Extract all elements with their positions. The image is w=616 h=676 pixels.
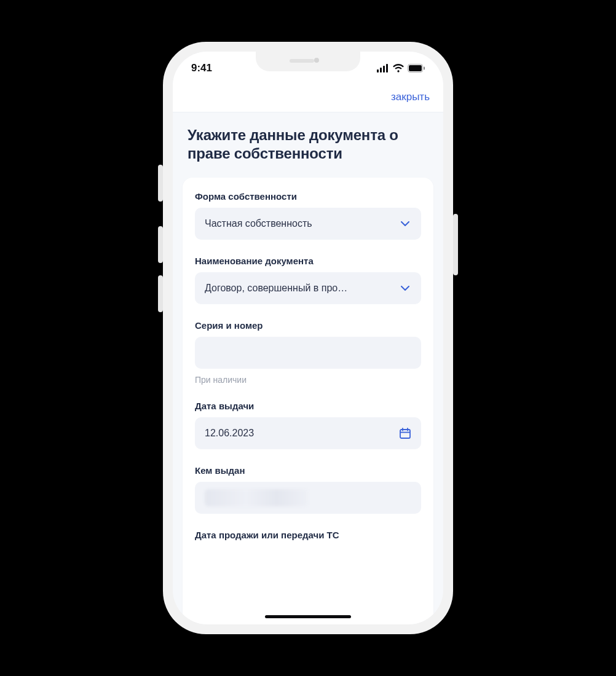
- field-issue-date: Дата выдачи 12.06.2023: [195, 401, 421, 449]
- cellular-icon: [377, 64, 389, 73]
- page-header: Укажите данные документа о праве собстве…: [173, 112, 443, 178]
- screen: 9:41: [173, 52, 443, 624]
- field-label: Серия и номер: [195, 320, 421, 331]
- document-name-select[interactable]: Договор, совершенный в про…: [195, 272, 421, 304]
- calendar-icon: [399, 427, 411, 439]
- field-label: Дата выдачи: [195, 401, 421, 411]
- wifi-icon: [393, 64, 404, 73]
- field-hint: При наличии: [195, 375, 421, 385]
- input-value: 12.06.2023: [205, 428, 254, 439]
- field-label: Дата продажи или передачи ТС: [195, 530, 421, 540]
- field-label: Форма собственности: [195, 191, 421, 202]
- svg-rect-6: [424, 67, 425, 70]
- notch: [256, 52, 360, 71]
- series-number-input[interactable]: [195, 337, 421, 369]
- svg-rect-0: [377, 69, 379, 73]
- svg-rect-2: [383, 66, 385, 73]
- phone-frame: 9:41: [163, 42, 453, 634]
- form-card: Форма собственности Частная собственност…: [183, 178, 433, 624]
- ownership-form-select[interactable]: Частная собственность: [195, 208, 421, 240]
- nav-bar: закрыть: [173, 85, 443, 112]
- svg-rect-7: [400, 430, 410, 438]
- close-button[interactable]: закрыть: [391, 91, 430, 103]
- field-sale-date: Дата продажи или передачи ТС: [195, 530, 421, 540]
- issued-by-input[interactable]: [195, 482, 421, 514]
- battery-icon: [408, 64, 425, 73]
- select-value: Частная собственность: [205, 218, 312, 229]
- status-indicators: [377, 64, 425, 73]
- field-document-name: Наименование документа Договор, совершен…: [195, 256, 421, 304]
- field-label: Наименование документа: [195, 256, 421, 266]
- issue-date-input[interactable]: 12.06.2023: [195, 417, 421, 449]
- page-title: Укажите данные документа о праве собстве…: [188, 126, 428, 163]
- field-issued-by: Кем выдан: [195, 465, 421, 514]
- svg-rect-1: [380, 68, 382, 73]
- select-value: Договор, совершенный в про…: [205, 283, 347, 294]
- chevron-down-icon: [399, 282, 411, 294]
- field-label: Кем выдан: [195, 465, 421, 476]
- home-indicator: [265, 615, 351, 618]
- field-series-number: Серия и номер При наличии: [195, 320, 421, 385]
- svg-rect-5: [409, 65, 422, 71]
- status-time: 9:41: [191, 62, 212, 74]
- svg-rect-3: [386, 64, 388, 73]
- chevron-down-icon: [399, 218, 411, 230]
- field-ownership-form: Форма собственности Частная собственност…: [195, 191, 421, 240]
